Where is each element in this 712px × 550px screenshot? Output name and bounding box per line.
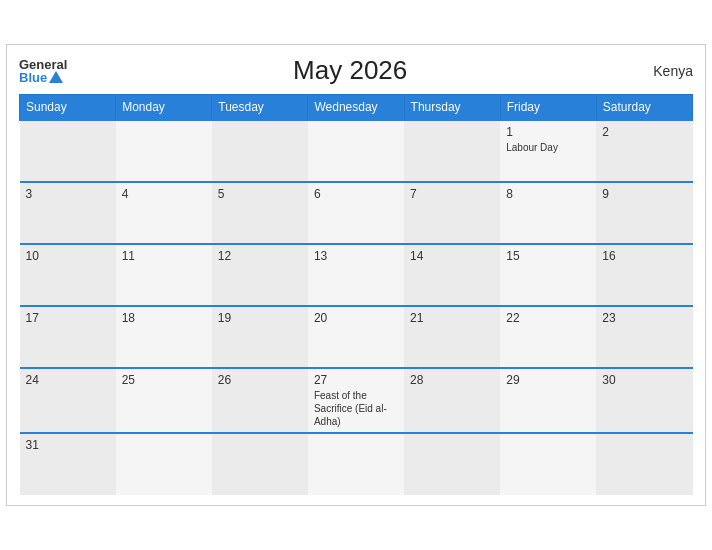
day-number: 29	[506, 373, 590, 387]
day-number: 12	[218, 249, 302, 263]
day-event: Labour Day	[506, 141, 590, 154]
calendar-day-cell	[212, 433, 308, 495]
col-monday: Monday	[116, 95, 212, 121]
logo-blue-text: Blue	[19, 71, 63, 84]
day-number: 11	[122, 249, 206, 263]
day-number: 21	[410, 311, 494, 325]
day-number: 25	[122, 373, 206, 387]
logo-general-text: General	[19, 58, 67, 71]
day-number: 28	[410, 373, 494, 387]
day-number: 23	[602, 311, 686, 325]
calendar-day-cell: 24	[20, 368, 116, 433]
calendar-country: Kenya	[633, 63, 693, 79]
calendar-day-cell: 20	[308, 306, 404, 368]
calendar-day-cell: 6	[308, 182, 404, 244]
calendar-day-cell: 19	[212, 306, 308, 368]
calendar-day-cell: 10	[20, 244, 116, 306]
day-number: 26	[218, 373, 302, 387]
calendar-day-cell: 9	[596, 182, 692, 244]
day-number: 8	[506, 187, 590, 201]
calendar-day-cell: 1Labour Day	[500, 120, 596, 182]
col-tuesday: Tuesday	[212, 95, 308, 121]
day-number: 1	[506, 125, 590, 139]
day-number: 19	[218, 311, 302, 325]
calendar-day-cell: 15	[500, 244, 596, 306]
calendar-week-row: 1Labour Day2	[20, 120, 693, 182]
calendar-day-cell	[308, 433, 404, 495]
calendar-day-cell: 21	[404, 306, 500, 368]
day-number: 4	[122, 187, 206, 201]
calendar-day-cell	[308, 120, 404, 182]
calendar-day-cell	[404, 120, 500, 182]
col-wednesday: Wednesday	[308, 95, 404, 121]
col-thursday: Thursday	[404, 95, 500, 121]
weekday-header-row: Sunday Monday Tuesday Wednesday Thursday…	[20, 95, 693, 121]
calendar-week-row: 10111213141516	[20, 244, 693, 306]
col-saturday: Saturday	[596, 95, 692, 121]
day-number: 14	[410, 249, 494, 263]
calendar-day-cell: 5	[212, 182, 308, 244]
day-number: 13	[314, 249, 398, 263]
calendar-week-row: 24252627Feast of the Sacrifice (Eid al-A…	[20, 368, 693, 433]
calendar-title: May 2026	[293, 55, 407, 86]
day-number: 10	[26, 249, 110, 263]
day-number: 20	[314, 311, 398, 325]
calendar-day-cell: 31	[20, 433, 116, 495]
calendar-day-cell: 8	[500, 182, 596, 244]
day-number: 7	[410, 187, 494, 201]
day-number: 30	[602, 373, 686, 387]
calendar-day-cell: 14	[404, 244, 500, 306]
calendar-day-cell	[20, 120, 116, 182]
day-number: 24	[26, 373, 110, 387]
calendar-day-cell: 7	[404, 182, 500, 244]
calendar-day-cell: 28	[404, 368, 500, 433]
day-event: Feast of the Sacrifice (Eid al-Adha)	[314, 389, 398, 428]
day-number: 17	[26, 311, 110, 325]
day-number: 15	[506, 249, 590, 263]
calendar-day-cell	[116, 120, 212, 182]
day-number: 6	[314, 187, 398, 201]
calendar-day-cell	[500, 433, 596, 495]
calendar-day-cell: 12	[212, 244, 308, 306]
day-number: 2	[602, 125, 686, 139]
calendar-day-cell: 13	[308, 244, 404, 306]
calendar-day-cell: 4	[116, 182, 212, 244]
day-number: 9	[602, 187, 686, 201]
calendar-day-cell: 26	[212, 368, 308, 433]
calendar-day-cell: 29	[500, 368, 596, 433]
day-number: 3	[26, 187, 110, 201]
calendar-header: General Blue May 2026 Kenya	[19, 55, 693, 86]
calendar-week-row: 17181920212223	[20, 306, 693, 368]
calendar-day-cell: 27Feast of the Sacrifice (Eid al-Adha)	[308, 368, 404, 433]
day-number: 31	[26, 438, 110, 452]
calendar-day-cell: 17	[20, 306, 116, 368]
calendar-day-cell	[116, 433, 212, 495]
calendar-day-cell: 25	[116, 368, 212, 433]
logo-triangle-icon	[49, 71, 63, 83]
calendar-day-cell: 22	[500, 306, 596, 368]
calendar-week-row: 31	[20, 433, 693, 495]
col-sunday: Sunday	[20, 95, 116, 121]
day-number: 5	[218, 187, 302, 201]
calendar-table: Sunday Monday Tuesday Wednesday Thursday…	[19, 94, 693, 495]
calendar-day-cell: 16	[596, 244, 692, 306]
calendar-day-cell	[596, 433, 692, 495]
calendar-day-cell	[404, 433, 500, 495]
day-number: 16	[602, 249, 686, 263]
calendar-day-cell: 23	[596, 306, 692, 368]
logo: General Blue	[19, 58, 67, 84]
calendar-day-cell: 2	[596, 120, 692, 182]
calendar-week-row: 3456789	[20, 182, 693, 244]
calendar-day-cell: 11	[116, 244, 212, 306]
day-number: 27	[314, 373, 398, 387]
calendar-day-cell: 3	[20, 182, 116, 244]
day-number: 18	[122, 311, 206, 325]
col-friday: Friday	[500, 95, 596, 121]
calendar: General Blue May 2026 Kenya Sunday Monda…	[6, 44, 706, 506]
calendar-day-cell: 18	[116, 306, 212, 368]
day-number: 22	[506, 311, 590, 325]
calendar-day-cell	[212, 120, 308, 182]
calendar-day-cell: 30	[596, 368, 692, 433]
